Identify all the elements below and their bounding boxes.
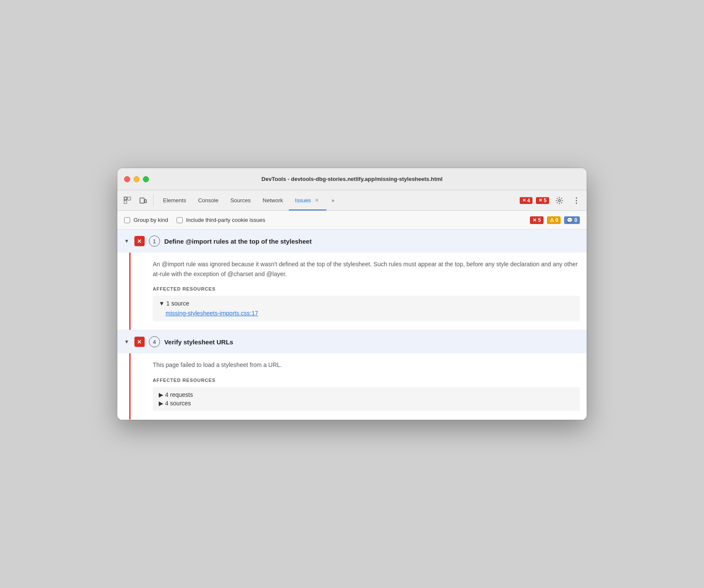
issues-content: ▼ ✕ 1 Define @import rules at the top of…: [117, 230, 587, 419]
error-badge: ✕ 4: [520, 197, 533, 204]
more-tabs-button[interactable]: »: [328, 198, 338, 204]
filter-warning-badge: ⚠ 0: [547, 216, 561, 224]
affected-resources-label-1: AFFECTED RESOURCES: [153, 286, 580, 291]
inspector-icon[interactable]: [121, 194, 134, 207]
warning-icon: ✕: [538, 198, 542, 203]
affected-resources-label-2: AFFECTED RESOURCES: [153, 378, 580, 383]
filter-info-badge: 💬 0: [564, 216, 580, 224]
tab-sources[interactable]: Sources: [224, 190, 257, 210]
svg-rect-4: [145, 200, 146, 203]
issue-error-badge-1: ✕: [134, 236, 145, 246]
resource-link-1: missing-stylesheets-imports.css:17: [159, 309, 574, 317]
group-by-kind-checkbox[interactable]: [124, 217, 130, 223]
title-bar: DevTools - devtools-dbg-stories.netlify.…: [117, 168, 587, 190]
svg-point-5: [559, 199, 561, 201]
svg-point-6: [576, 197, 577, 198]
close-button[interactable]: [124, 176, 130, 182]
group-by-kind-checkbox-group[interactable]: Group by kind: [124, 217, 168, 223]
filter-bar: Group by kind Include third-party cookie…: [117, 211, 587, 230]
svg-rect-0: [124, 197, 127, 200]
filter-badges: ✕ 5 ⚠ 0 💬 0: [530, 216, 580, 224]
issue-body-1: An @import rule was ignored because it w…: [129, 253, 587, 330]
resources-box-1: ▼ 1 source missing-stylesheets-imports.c…: [153, 296, 580, 321]
tab-elements[interactable]: Elements: [157, 190, 192, 210]
issue-count-1: 1: [149, 236, 160, 247]
issue-error-badge-2: ✕: [134, 337, 145, 347]
tab-issues[interactable]: Issues ✕: [289, 190, 326, 210]
issue-item-2: ▼ ✕ 4 Verify stylesheet URLs This page f…: [117, 330, 587, 419]
issue-chevron-2: ▼: [124, 339, 129, 345]
window-title: DevTools - devtools-dbg-stories.netlify.…: [262, 176, 442, 182]
issue-chevron-1: ▼: [124, 238, 129, 244]
issue-body-2: This page failed to load a stylesheet fr…: [129, 353, 587, 419]
issue-description-2: This page failed to load a stylesheet fr…: [153, 360, 580, 370]
svg-rect-3: [140, 198, 144, 203]
toolbar-divider-1: [153, 195, 154, 207]
svg-point-8: [576, 202, 577, 204]
third-party-checkbox-group[interactable]: Include third-party cookie issues: [177, 217, 265, 223]
filter-error-icon: ✕: [532, 217, 537, 223]
devtools-window: DevTools - devtools-dbg-stories.netlify.…: [117, 168, 587, 419]
issue-item-1: ▼ ✕ 1 Define @import rules at the top of…: [117, 230, 587, 330]
maximize-button[interactable]: [143, 176, 149, 182]
resources-box-2: ▶ 4 requests ▶ 4 sources: [153, 387, 580, 411]
error-icon: ✕: [522, 198, 526, 203]
svg-point-7: [576, 200, 577, 201]
svg-rect-1: [124, 201, 127, 204]
svg-rect-2: [128, 197, 131, 200]
settings-icon[interactable]: [553, 194, 566, 207]
filter-warning-icon: ⚠: [550, 217, 554, 223]
tab-bar: Elements Console Sources Network Issues …: [157, 190, 326, 210]
filter-error-badge: ✕ 5: [530, 216, 544, 224]
issue-header-2[interactable]: ▼ ✕ 4 Verify stylesheet URLs: [117, 330, 587, 353]
third-party-checkbox[interactable]: [177, 217, 183, 223]
sub-resource-2[interactable]: ▶ 4 sources: [159, 400, 574, 407]
resource-summary-1[interactable]: ▼ 1 source: [159, 300, 574, 307]
toolbar: Elements Console Sources Network Issues …: [117, 190, 587, 211]
toolbar-right: ✕ 4 ✕ 5: [520, 194, 583, 207]
sub-resource-1[interactable]: ▶ 4 requests: [159, 391, 574, 398]
issue-count-2: 4: [149, 336, 160, 347]
traffic-lights: [124, 176, 149, 182]
issue-title-1: Define @import rules at the top of the s…: [164, 238, 312, 245]
issue-description-1: An @import rule was ignored because it w…: [153, 259, 580, 279]
issues-tab-close[interactable]: ✕: [314, 197, 320, 204]
device-toggle-icon[interactable]: [136, 194, 150, 207]
issue-title-2: Verify stylesheet URLs: [164, 338, 233, 346]
warning-badge: ✕ 5: [536, 197, 549, 204]
resource-css-link-1[interactable]: missing-stylesheets-imports.css:17: [166, 310, 258, 317]
tab-network[interactable]: Network: [257, 190, 289, 210]
filter-info-icon: 💬: [567, 217, 573, 223]
menu-icon[interactable]: [570, 194, 583, 207]
minimize-button[interactable]: [134, 176, 140, 182]
issue-header-1[interactable]: ▼ ✕ 1 Define @import rules at the top of…: [117, 230, 587, 253]
tab-console[interactable]: Console: [192, 190, 224, 210]
